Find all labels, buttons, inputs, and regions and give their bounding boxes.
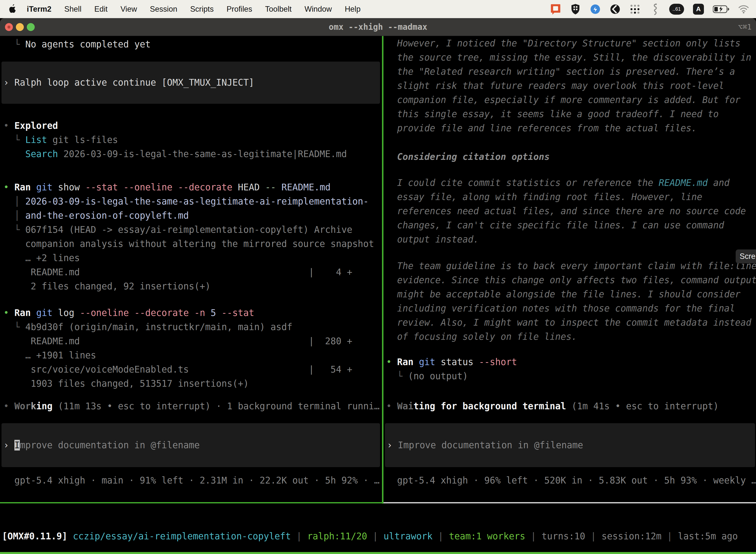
terminal-line: of focusing solely on file lines.: [386, 330, 756, 344]
terminal-text-segment: [3, 149, 25, 159]
terminal-text-segment: Improve documentation in @filename: [398, 440, 583, 450]
menu-item-help[interactable]: Help: [345, 5, 361, 14]
terminal-text-segment: log: [53, 308, 80, 318]
terminal-line: README.md | 4 +: [3, 265, 382, 279]
menu-item-toolbelt[interactable]: Toolbelt: [265, 5, 292, 14]
terminal-line: │ 2026-03-09-is-legal-the-same-as-legiti…: [3, 195, 382, 209]
shield-grid-icon[interactable]: [570, 4, 581, 15]
terminal-area: └ No agents completed yet › Ralph loop a…: [0, 36, 756, 554]
terminal-line: I could cite commit statistics or refere…: [386, 176, 756, 190]
terminal-text-segment: |: [585, 531, 602, 542]
terminal-text-segment: Considering citation options: [386, 151, 550, 162]
dots-grid-icon[interactable]: [630, 4, 640, 15]
terminal-text-segment: Ran: [14, 308, 31, 318]
terminal-line: Search 2026-03-09-is-legal-the-same-as-l…: [3, 147, 382, 161]
terminal-line: Considering citation options: [386, 150, 756, 164]
reasoning-paragraph-1: However, I noticed the "Directory Struct…: [386, 36, 756, 135]
terminal-line: changes, I can't cite specific file line…: [386, 218, 756, 232]
terminal-line: [OMX#0.11.9] cczip/essay/ai-reimplementa…: [2, 529, 738, 543]
terminal-text-segment: status: [435, 357, 479, 367]
terminal-text-segment: |: [291, 531, 307, 542]
pane-divider[interactable]: [382, 36, 383, 504]
blue-badge-icon[interactable]: [590, 4, 601, 15]
terminal-text-segment: Search: [25, 149, 58, 159]
terminal-text-segment: Ralph loop active continue [OMX_TMUX_INJ…: [14, 77, 254, 88]
terminal-text-segment: [129, 308, 134, 318]
terminal-line: • Explored: [3, 119, 382, 133]
terminal-text-segment: [172, 182, 178, 192]
terminal-text-segment: the "Related research writing" section i…: [386, 66, 735, 77]
terminal-text-segment: last:5m ago: [678, 531, 738, 542]
terminal-text-segment: 067f154 (HEAD -> essay/ai-reimplementati…: [25, 224, 353, 235]
menu-item-profiles[interactable]: Profiles: [227, 5, 252, 14]
apple-icon[interactable]: [8, 4, 17, 14]
model-status-line: gpt-5.4 xhigh · 96% left · 520K in · 5.8…: [386, 473, 756, 488]
battery-icon[interactable]: [713, 4, 729, 15]
terminal-line: gpt-5.4 xhigh · 96% left · 520K in · 5.8…: [386, 473, 756, 488]
terminal-text-segment: cczip/essay/ai-reimplementation-copyleft: [73, 531, 291, 542]
window-shortcut-hint: ⌥⌘1: [738, 18, 752, 36]
menu-item-shell[interactable]: Shell: [64, 5, 81, 14]
terminal-line: provide file and line references from th…: [386, 121, 756, 135]
a-square-icon[interactable]: A: [693, 4, 704, 15]
terminal-text-segment: … +2 lines: [3, 253, 80, 263]
menu-item-scripts[interactable]: Scripts: [190, 5, 214, 14]
badge-61-icon[interactable]: ..61: [669, 4, 684, 15]
terminal-line: └ 4b9d30f (origin/main, instructkr/main,…: [3, 320, 382, 334]
terminal-line: └ No agents completed yet: [3, 37, 382, 51]
terminal-text-segment: including verification notes with those …: [386, 303, 735, 314]
terminal-text-segment: git: [419, 357, 435, 367]
terminal-text-segment: and-the-erosion-of-copyleft.md: [25, 210, 189, 221]
terminal-text-segment: 2 files changed, 92 insertions(+): [3, 281, 210, 292]
terminal-line: this single essay, it seems like a good …: [386, 107, 756, 121]
terminal-text-segment: 1903 files changed, 513517 insertions(+): [3, 378, 249, 389]
title-bar[interactable]: omx --xhigh --madmax ⌥⌘1: [0, 18, 756, 36]
terminal-text-segment: ›: [387, 440, 398, 450]
terminal-text-segment: I: [14, 440, 20, 450]
menu-item-edit[interactable]: Edit: [94, 5, 107, 14]
terminal-text-segment: (no output): [408, 371, 468, 382]
terminal-text-segment: └: [3, 39, 25, 50]
menu-item-session[interactable]: Session: [150, 5, 177, 14]
terminal-text-segment: this single essay, it seems like a good …: [386, 109, 718, 119]
terminal-text-segment: •: [3, 308, 14, 318]
explored-block: • Explored └ List git ls-files Search 20…: [3, 119, 382, 161]
ran-git-log-block: • Ran git log --oneline --decorate -n 5 …: [3, 306, 382, 391]
terminal-text-segment: git ls-files: [47, 134, 118, 145]
terminal-text-segment: However, I noticed the "Directory Struct…: [386, 38, 740, 49]
terminal-text-segment: │: [3, 210, 25, 221]
menu-item-window[interactable]: Window: [305, 5, 332, 14]
terminal-text-segment: •: [3, 120, 14, 131]
prompt-input[interactable]: › Improve documentation in @filename: [1, 423, 380, 467]
terminal-line: review. Also, I might want to inspect th…: [386, 316, 756, 330]
terminal-text-segment: git: [36, 182, 53, 192]
terminal-line: 2 files changed, 92 insertions(+): [3, 279, 382, 293]
terminal-text-segment: turns:10: [542, 531, 585, 542]
terminal-text-segment: [31, 308, 36, 318]
left-pane[interactable]: └ No agents completed yet › Ralph loop a…: [0, 36, 382, 503]
wifi-icon[interactable]: [738, 4, 749, 15]
chat-bubble-icon[interactable]: [550, 4, 561, 15]
reasoning-heading: Considering citation options: [386, 150, 756, 164]
terminal-line: • Waiting for background terminal (1m 41…: [386, 399, 756, 413]
terminal-line: output instead.: [386, 232, 756, 246]
terminal-text-segment: git: [36, 308, 53, 318]
terminal-line: … +2 lines: [3, 251, 382, 265]
terminal-text-segment: └: [3, 134, 25, 145]
tmux-host-clock: "MacBook-Pro-44.local" 04:52 31-Mar-26: [548, 552, 755, 554]
terminal-text-segment: 5: [205, 308, 222, 318]
snake-icon[interactable]: [649, 4, 660, 15]
terminal-line: └ List git ls-files: [3, 133, 382, 147]
right-pane[interactable]: However, I noticed the "Directory Struct…: [383, 36, 756, 503]
tmux-session-label: [omx-cczip0:bash*: [2, 552, 95, 554]
terminal-text-segment: README.md | 4 +: [3, 267, 352, 277]
terminal-text-segment: provide file and line references from th…: [386, 123, 697, 133]
terminal-line: • Ran git log --oneline --decorate -n 5 …: [3, 306, 382, 320]
menu-item-view[interactable]: View: [121, 5, 137, 14]
terminal-text-segment: |: [433, 531, 449, 542]
menu-status-icons: ..61 A: [550, 4, 749, 15]
menu-item-app[interactable]: iTerm2: [27, 5, 51, 14]
terminal-line: the source tree, missing the essay. Stil…: [386, 50, 756, 64]
prompt-input[interactable]: › Improve documentation in @filename: [385, 423, 755, 467]
dark-disc-icon[interactable]: [610, 4, 621, 15]
